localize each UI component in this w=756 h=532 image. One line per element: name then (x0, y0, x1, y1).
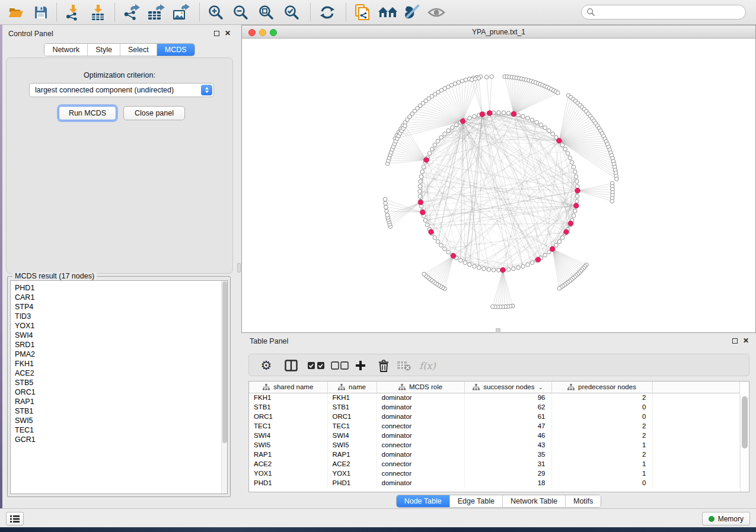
mcds-result-group: MCDS result (17 nodes) PHD1CAR1STP4TID3Y… (7, 276, 231, 497)
mcds-result-item[interactable]: ORC1 (15, 387, 227, 397)
search-field[interactable] (581, 5, 746, 20)
mcds-result-item[interactable]: TEC1 (15, 425, 227, 435)
close-panel-icon[interactable]: ✕ (225, 30, 231, 36)
show-columns-icon[interactable] (282, 357, 300, 374)
mcds-result-item[interactable]: FKH1 (15, 359, 227, 368)
column-header-successor-nodes[interactable]: successor nodes⌄ (464, 382, 551, 393)
table-row[interactable]: ORC1ORC1dominator610 (249, 412, 740, 421)
network-graph[interactable] (242, 39, 755, 332)
select-stepper-icon (201, 85, 212, 95)
application-window: Control Panel ✕ NetworkStyleSelectMCDS O… (0, 0, 756, 527)
tab-node-table[interactable]: Node Table (397, 495, 449, 507)
tab-edge-table[interactable]: Edge Table (449, 495, 502, 507)
vertical-splitter[interactable] (237, 25, 241, 508)
table-row[interactable]: TEC1TEC1connector472 (249, 421, 740, 431)
tab-select[interactable]: Select (120, 44, 157, 56)
table-settings-gear-icon[interactable]: ⚙ (257, 357, 275, 374)
splitter-grip[interactable] (237, 263, 241, 273)
first-neighbors-icon[interactable] (377, 4, 398, 21)
mcds-result-item[interactable]: SRD1 (15, 340, 227, 350)
network-window-title: YPA_prune.txt_1 (242, 28, 755, 36)
mcds-result-item[interactable]: PMA2 (15, 350, 227, 359)
mcds-result-item[interactable]: CAR1 (15, 293, 227, 302)
column-header-predecessor-nodes[interactable]: predecessor nodes (551, 382, 652, 393)
node-table[interactable]: shared namenameMCDS rolesuccessor nodes⌄… (248, 381, 749, 492)
table-row[interactable]: SWI5SWI5connector431 (249, 440, 740, 450)
toolbar-separator (56, 3, 57, 21)
mcds-result-item[interactable]: YOX1 (15, 321, 227, 331)
mcds-result-item[interactable]: GCR1 (15, 435, 227, 444)
table-row[interactable]: ACE2ACE2connector311 (249, 459, 740, 469)
apply-layout-icon[interactable] (318, 4, 336, 21)
control-panel-title: Control Panel (8, 30, 53, 38)
zoom-in-icon[interactable] (207, 4, 225, 21)
network-canvas[interactable] (242, 39, 755, 332)
zoom-fit-icon[interactable] (257, 4, 275, 21)
mcds-result-item[interactable]: SWI4 (15, 331, 227, 340)
network-view-frame: YPA_prune.txt_1 (241, 25, 756, 333)
criterion-select[interactable]: largest connected component (undirected) (29, 83, 214, 97)
table-scrollbar[interactable] (740, 394, 748, 492)
column-header-name[interactable]: name (327, 382, 377, 393)
import-network-icon[interactable] (64, 4, 82, 21)
zoom-out-icon[interactable] (232, 4, 250, 21)
mcds-list-scrollbar[interactable] (221, 281, 227, 493)
mcds-result-item[interactable]: ACE2 (15, 368, 227, 378)
control-panel: Control Panel ✕ NetworkStyleSelectMCDS O… (2, 25, 237, 508)
open-session-icon[interactable] (7, 4, 25, 21)
mcds-result-item[interactable]: STB5 (15, 378, 227, 387)
task-history-button[interactable] (6, 512, 24, 525)
mcds-result-list[interactable]: PHD1CAR1STP4TID3YOX1SWI4SRD1PMA2FKH1ACE2… (10, 280, 228, 494)
show-graphics-details-icon[interactable] (428, 4, 445, 21)
mcds-result-item[interactable]: SWI5 (15, 416, 227, 425)
desktop-wallpaper-edge (0, 527, 756, 532)
mcds-result-item[interactable]: TID3 (15, 312, 227, 321)
new-network-from-selection-icon[interactable] (353, 4, 371, 21)
close-panel-icon[interactable]: ✕ (743, 338, 749, 344)
table-toolbar: ⚙ f(x) (248, 354, 749, 376)
float-panel-icon[interactable] (732, 338, 738, 344)
hide-graphics-details-icon[interactable] (403, 4, 420, 21)
mcds-result-item[interactable]: STB1 (15, 406, 227, 416)
tab-motifs[interactable]: Motifs (565, 495, 601, 507)
select-all-columns-icon[interactable] (306, 357, 326, 374)
mcds-result-item[interactable]: RAP1 (15, 397, 227, 406)
table-row[interactable]: SWI4SWI4dominator462 (249, 431, 740, 440)
table-row[interactable]: STB1STB1dominator620 (249, 402, 740, 412)
table-row[interactable]: PHD1PHD1dominator180 (249, 478, 740, 488)
canvas-scrollbar-grip[interactable] (496, 328, 500, 332)
column-header-shared-name[interactable]: shared name (249, 382, 327, 393)
tab-network[interactable]: Network (44, 44, 87, 56)
export-image-icon[interactable] (172, 4, 190, 21)
status-bar: Memory (0, 508, 756, 527)
table-row[interactable]: RAP1RAP1dominator352 (249, 450, 740, 459)
import-table-icon[interactable] (89, 4, 107, 21)
toolbar-separator (199, 3, 200, 21)
memory-button[interactable]: Memory (702, 512, 750, 525)
search-input[interactable] (595, 8, 745, 17)
tab-style[interactable]: Style (87, 44, 120, 56)
export-table-icon[interactable] (147, 4, 165, 21)
run-mcds-button[interactable]: Run MCDS (59, 106, 116, 120)
mcds-result-title: MCDS result (17 nodes) (12, 272, 97, 280)
column-header-MCDS-role[interactable]: MCDS role (377, 382, 464, 393)
list-icon (9, 515, 20, 523)
float-panel-icon[interactable] (214, 31, 219, 36)
export-network-icon[interactable] (122, 4, 140, 21)
tab-mcds[interactable]: MCDS (157, 44, 194, 56)
zoom-selected-icon[interactable] (283, 4, 301, 21)
delete-table-icon-disabled (395, 357, 413, 374)
toolbar-separator (346, 3, 346, 21)
close-panel-button[interactable]: Close panel (123, 106, 185, 120)
create-column-icon[interactable] (352, 357, 369, 374)
save-session-icon[interactable] (32, 4, 50, 21)
network-window-titlebar[interactable]: YPA_prune.txt_1 (242, 25, 755, 39)
deselect-all-columns-icon[interactable] (330, 357, 350, 374)
delete-column-icon[interactable] (375, 357, 393, 374)
tab-network-table[interactable]: Network Table (502, 495, 565, 507)
function-builder-icon-disabled: f(x) (417, 357, 438, 374)
table-row[interactable]: FKH1FKH1dominator962 (249, 393, 740, 402)
table-row[interactable]: YOX1YOX1connector291 (249, 469, 740, 478)
mcds-result-item[interactable]: PHD1 (15, 283, 227, 293)
mcds-result-item[interactable]: STP4 (15, 302, 227, 312)
